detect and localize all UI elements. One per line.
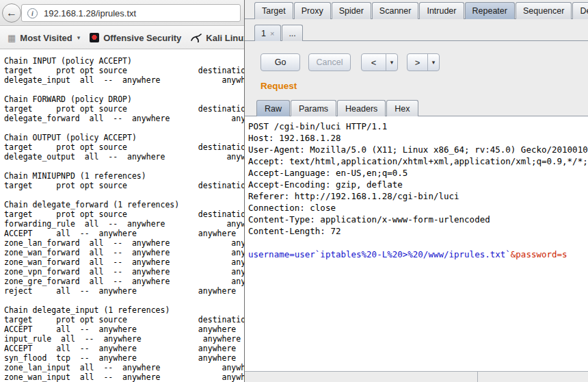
prev-request-label[interactable]: < — [362, 54, 386, 71]
back-button[interactable]: ← — [2, 3, 21, 23]
tab-scanner[interactable]: Scanner — [372, 2, 419, 19]
chevron-down-icon[interactable]: ▾ — [428, 54, 439, 71]
tab-intruder[interactable]: Intruder — [419, 2, 464, 19]
bookmark-label: Offensive Security — [103, 33, 181, 43]
burp-main-tab-bar: Target Proxy Spider Scanner Intruder Rep… — [254, 2, 588, 19]
url-bar[interactable]: i 192.168.1.28/iprules.txt — [21, 4, 241, 22]
kali-linux-icon — [191, 33, 202, 42]
burp-window: Target Proxy Spider Scanner Intruder Rep… — [244, 0, 588, 382]
bottom-bar-divider — [477, 372, 478, 382]
cancel-button[interactable]: Cancel — [308, 53, 351, 71]
screen: ← i 192.168.1.28/iprules.txt ▦ Most Visi… — [0, 0, 588, 382]
bookmark-most-visited[interactable]: ▦ Most Visited ▾ — [3, 30, 85, 46]
bookmark-kali-linux[interactable]: Kali Linux — [186, 30, 253, 46]
repeater-tab-bar: 1 × ... — [254, 25, 304, 41]
request-body-command: username=user`iptables%20-L%20>%20/www/i… — [248, 249, 511, 259]
bookmark-label: Most Visited — [20, 33, 72, 43]
most-visited-icon: ▦ — [8, 33, 16, 43]
next-request-button[interactable]: > ▾ — [407, 53, 440, 71]
tab-params[interactable]: Params — [291, 100, 336, 116]
repeater-tab-more[interactable]: ... — [282, 25, 302, 41]
bookmark-label: Kali Linux — [206, 33, 248, 43]
request-headers: POST /cgi-bin/luci HTTP/1.1 Host: 192.16… — [248, 120, 588, 237]
tab-spider[interactable]: Spider — [332, 2, 371, 19]
bookmark-offensive-security[interactable]: Offensive Security — [85, 30, 186, 46]
go-button[interactable]: Go — [260, 53, 300, 71]
offensive-security-icon — [90, 33, 99, 42]
tab-decoder[interactable]: Decoder — [572, 2, 588, 19]
request-body: username=user`iptables%20-L%20>%20/www/i… — [248, 249, 588, 260]
next-request-label[interactable]: > — [407, 54, 428, 71]
request-panel-title: Request — [260, 81, 297, 91]
repeater-tab-1-label: 1 — [261, 29, 266, 38]
request-editor[interactable]: POST /cgi-bin/luci HTTP/1.1 Host: 192.16… — [245, 116, 588, 371]
bookmarks-bar: ▦ Most Visited ▾ Offensive Security Kali… — [0, 27, 244, 49]
bottom-bar — [245, 371, 588, 382]
request-view-tab-bar: Raw Params Headers Hex — [256, 100, 419, 116]
request-body-password: &password=s — [511, 249, 567, 259]
repeater-tab-1[interactable]: 1 × — [254, 25, 281, 41]
chevron-down-icon: ▾ — [77, 34, 81, 41]
close-icon[interactable]: × — [270, 29, 274, 38]
tab-proxy[interactable]: Proxy — [294, 2, 331, 19]
tab-target[interactable]: Target — [254, 2, 293, 19]
url-text: 192.168.1.28/iprules.txt — [44, 8, 136, 18]
back-arrow-icon: ← — [6, 8, 17, 18]
info-icon[interactable]: i — [27, 8, 38, 18]
prev-request-button[interactable]: < ▾ — [361, 53, 398, 71]
browser-nav-bar: ← i 192.168.1.28/iprules.txt — [0, 0, 244, 26]
chevron-down-icon[interactable]: ▾ — [386, 54, 397, 71]
iptables-output: Chain INPUT (policy ACCEPT) target prot … — [0, 50, 244, 382]
tab-headers[interactable]: Headers — [337, 100, 386, 116]
tab-repeater[interactable]: Repeater — [465, 2, 515, 19]
tab-hex[interactable]: Hex — [386, 100, 418, 116]
browser-window: ← i 192.168.1.28/iprules.txt ▦ Most Visi… — [0, 0, 244, 382]
tab-raw[interactable]: Raw — [256, 100, 290, 116]
tab-sequencer[interactable]: Sequencer — [516, 2, 572, 19]
